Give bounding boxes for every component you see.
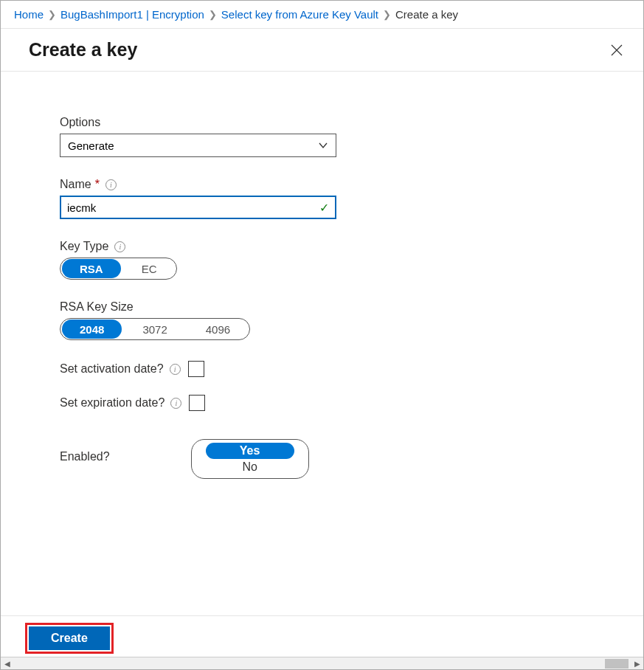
horizontal-scrollbar[interactable]: ◀ ▶	[1, 657, 643, 669]
name-field: Name * i ✓	[60, 178, 584, 219]
chevron-right-icon: ❯	[48, 9, 56, 20]
key-type-toggle: RSA EC	[60, 258, 177, 280]
scroll-right-arrow[interactable]: ▶	[631, 657, 643, 670]
breadcrumb-encryption[interactable]: BugBashImport1 | Encryption	[60, 8, 204, 21]
enabled-yes[interactable]: Yes	[206, 443, 294, 459]
options-select[interactable]: Generate	[60, 134, 336, 157]
expiration-checkbox[interactable]	[189, 395, 205, 411]
key-type-label: Key Type i	[60, 240, 584, 253]
page-title: Create a key	[29, 39, 137, 61]
chevron-right-icon: ❯	[383, 9, 391, 20]
info-icon[interactable]: i	[170, 398, 181, 409]
key-size-3072[interactable]: 3072	[125, 320, 184, 339]
key-size-field: RSA Key Size 2048 3072 4096	[60, 300, 584, 340]
key-size-label: RSA Key Size	[60, 300, 584, 314]
key-type-label-text: Key Type	[60, 240, 108, 253]
footer: Create	[1, 615, 643, 656]
key-type-field: Key Type i RSA EC	[60, 240, 584, 280]
chevron-right-icon: ❯	[209, 9, 217, 20]
expiration-field: Set expiration date? i	[60, 395, 584, 411]
info-icon[interactable]: i	[105, 179, 117, 190]
key-size-2048[interactable]: 2048	[62, 320, 122, 339]
chevron-down-icon	[318, 140, 328, 151]
breadcrumb-home[interactable]: Home	[14, 8, 44, 21]
name-label: Name * i	[60, 178, 584, 191]
page-header: Create a key	[1, 29, 643, 72]
expiration-label: Set expiration date? i	[60, 396, 181, 410]
close-icon	[611, 44, 623, 56]
breadcrumb: Home ❯ BugBashImport1 | Encryption ❯ Sel…	[1, 1, 643, 29]
breadcrumb-current: Create a key	[395, 8, 458, 21]
scroll-left-arrow[interactable]: ◀	[1, 657, 13, 670]
form-body: Options Generate Name * i ✓ Key Type i R…	[1, 72, 643, 494]
info-icon[interactable]: i	[170, 364, 181, 375]
key-size-4096[interactable]: 4096	[188, 320, 248, 339]
key-type-ec[interactable]: EC	[124, 259, 175, 278]
enabled-no[interactable]: No	[213, 459, 287, 475]
enabled-toggle: Yes No	[191, 439, 309, 479]
options-label: Options	[60, 116, 584, 129]
info-icon[interactable]: i	[114, 241, 125, 252]
key-size-toggle: 2048 3072 4096	[60, 318, 250, 340]
required-indicator: *	[95, 178, 100, 191]
activation-checkbox[interactable]	[188, 361, 204, 377]
breadcrumb-select-key[interactable]: Select key from Azure Key Vault	[221, 8, 378, 21]
key-type-rsa[interactable]: RSA	[62, 259, 121, 278]
enabled-field: Enabled? Yes No	[60, 439, 584, 479]
expiration-label-text: Set expiration date?	[60, 396, 165, 410]
name-label-text: Name	[60, 178, 91, 191]
options-value: Generate	[68, 139, 114, 152]
scroll-thumb[interactable]	[605, 659, 629, 669]
close-button[interactable]	[609, 43, 624, 58]
create-button[interactable]: Create	[29, 626, 110, 650]
activation-label-text: Set activation date?	[60, 362, 164, 376]
name-input-wrapper: ✓	[60, 196, 336, 219]
options-field: Options Generate	[60, 116, 584, 157]
checkmark-icon: ✓	[319, 201, 329, 215]
activation-field: Set activation date? i	[60, 361, 584, 377]
enabled-label: Enabled?	[60, 450, 110, 463]
name-input[interactable]	[67, 201, 303, 214]
activation-label: Set activation date? i	[60, 362, 181, 376]
